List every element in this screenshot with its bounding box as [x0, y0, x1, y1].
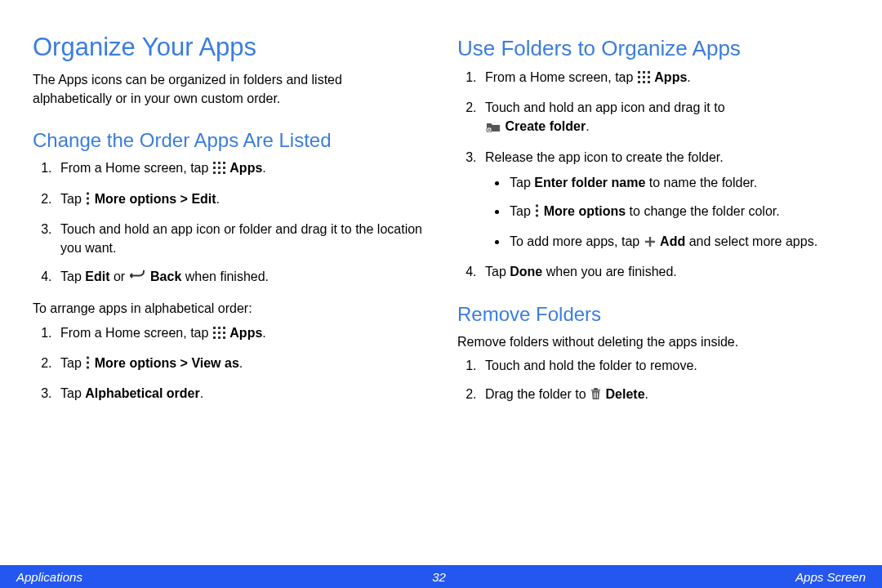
step: Tap Alphabetical order. [56, 384, 425, 403]
text: Tap [60, 192, 85, 206]
step: Touch and hold the folder to remove. [480, 356, 849, 375]
svg-point-34 [536, 204, 538, 207]
text: . [216, 192, 220, 206]
bold: Delete [606, 387, 645, 401]
back-icon [130, 269, 146, 287]
text: . [586, 119, 589, 133]
right-column: Use Folders to Organize Apps From a Home… [457, 33, 849, 524]
remove-intro: Remove folders without deleting the apps… [457, 332, 849, 351]
heading-use-folders: Use Folders to Organize Apps [457, 36, 849, 61]
step: Touch and hold an app icon or folder and… [56, 220, 425, 257]
svg-rect-31 [643, 81, 645, 83]
page-footer: Applications 32 Apps Screen [0, 565, 882, 588]
bold: Edit [85, 270, 109, 283]
bold: Enter folder name [534, 176, 645, 189]
text: . [200, 386, 203, 400]
svg-point-23 [87, 366, 89, 368]
svg-rect-15 [213, 332, 216, 334]
bold: Apps [229, 161, 262, 175]
svg-rect-25 [643, 71, 645, 74]
more-options-icon [86, 355, 90, 374]
svg-rect-19 [218, 336, 220, 339]
bold: Add [660, 234, 685, 248]
text: and select more apps. [685, 234, 817, 248]
bold: Done [510, 265, 542, 278]
svg-point-11 [87, 202, 89, 204]
text: Drag the folder to [485, 387, 590, 401]
svg-rect-27 [638, 76, 640, 78]
step: Release the app icon to create the folde… [480, 148, 849, 253]
svg-point-21 [87, 356, 89, 359]
text: From a Home screen, tap [485, 70, 637, 84]
svg-rect-2 [223, 162, 225, 164]
apps-grid-icon [213, 325, 225, 344]
text: when finished. [181, 270, 269, 283]
svg-rect-6 [213, 172, 216, 174]
use-folders-steps: From a Home screen, tap Apps. Touch and … [480, 68, 849, 282]
svg-rect-13 [218, 327, 220, 329]
step: Tap Edit or Back when finished. [56, 267, 425, 287]
bold: Alphabetical order [85, 386, 199, 400]
svg-point-35 [536, 209, 538, 212]
bold: Apps [229, 326, 262, 340]
svg-rect-12 [213, 327, 216, 329]
text: . [645, 387, 648, 401]
footer-right: Apps Screen [795, 570, 866, 584]
change-order-steps: From a Home screen, tap Apps. Tap More o… [56, 158, 425, 287]
text: Tap [60, 386, 85, 400]
text: Touch and hold an app icon and drag it t… [485, 100, 725, 114]
svg-rect-17 [223, 332, 225, 334]
substeps: Tap Enter folder name to name the folder… [508, 173, 849, 253]
step: Touch and hold an app icon and drag it t… [480, 98, 849, 137]
step: Drag the folder to Delete. [480, 385, 849, 405]
text: Tap [60, 356, 85, 370]
text: when you are finished. [542, 265, 677, 278]
text: From a Home screen, tap [60, 161, 212, 175]
svg-rect-24 [638, 71, 640, 74]
text: . [239, 356, 243, 370]
svg-point-36 [536, 214, 538, 216]
more-options-icon [86, 191, 90, 210]
svg-rect-5 [223, 167, 225, 169]
text: . [262, 326, 265, 340]
footer-page-number: 32 [432, 570, 446, 584]
text: to change the folder color. [626, 204, 780, 218]
svg-rect-26 [648, 71, 650, 74]
svg-rect-3 [213, 167, 216, 169]
text: Tap [60, 270, 85, 283]
apps-grid-icon [638, 69, 650, 88]
text: From a Home screen, tap [60, 326, 212, 340]
svg-point-22 [87, 361, 89, 363]
svg-rect-20 [223, 336, 225, 339]
substep: Tap Enter folder name to name the folder… [508, 173, 849, 192]
step: Tap Done when you are finished. [480, 262, 849, 281]
text: or [109, 270, 128, 283]
heading-organize-your-apps: Organize Your Apps [33, 33, 425, 62]
svg-rect-29 [648, 76, 650, 78]
alpha-intro: To arrange apps in alphabetical order: [33, 299, 425, 318]
text: . [262, 161, 265, 175]
svg-rect-37 [594, 392, 595, 398]
bold: More options [544, 204, 626, 218]
svg-rect-1 [218, 162, 220, 164]
text: to name the folder. [645, 176, 757, 189]
more-options-icon [535, 203, 539, 222]
text: To add more apps, tap [510, 234, 644, 248]
apps-grid-icon [213, 160, 225, 179]
svg-rect-8 [223, 172, 225, 174]
bold: Back [150, 270, 181, 283]
svg-rect-16 [218, 332, 220, 334]
step: From a Home screen, tap Apps. [56, 323, 425, 344]
svg-point-10 [87, 197, 89, 199]
svg-rect-7 [218, 172, 220, 174]
page-content: Organize Your Apps The Apps icons can be… [0, 0, 882, 565]
svg-rect-30 [638, 81, 640, 83]
remove-steps: Touch and hold the folder to remove. Dra… [480, 356, 849, 405]
text: . [687, 70, 690, 84]
substep: To add more apps, tap Add and select mor… [508, 232, 849, 252]
bold: Apps [654, 70, 687, 84]
step: Tap More options > View as. [56, 354, 425, 374]
trash-icon [590, 386, 601, 405]
text: Tap [485, 265, 510, 278]
text: Tap [510, 204, 534, 218]
